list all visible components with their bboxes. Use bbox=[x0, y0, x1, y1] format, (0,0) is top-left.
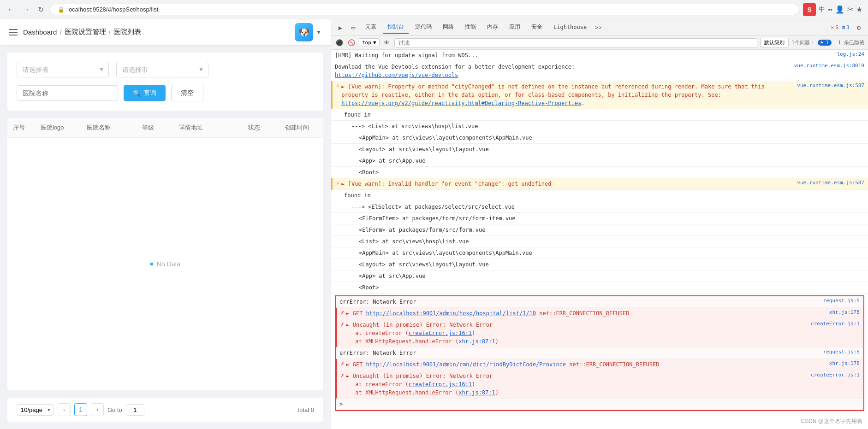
source-ref-hmr[interactable]: log.js:24 bbox=[833, 51, 864, 57]
level-select[interactable]: top ▼ bbox=[359, 38, 380, 47]
console-line-uncaught1: ✗ ► Uncaught (in promise) Error: Network… bbox=[336, 319, 863, 347]
goto-input[interactable] bbox=[126, 404, 144, 416]
err-text-2: errError: Network Error bbox=[339, 349, 820, 357]
console-line-uncaught2: ✗ ► Uncaught (in promise) Error: Network… bbox=[336, 370, 863, 399]
console-line-stack2-8: <Root> bbox=[331, 282, 868, 294]
console-line-stack1-1: ---> <List> at src\views\hosp\list.vue bbox=[331, 121, 868, 132]
search-icon: 🔍 bbox=[133, 89, 141, 97]
console-text-warn1: ► [Vue warn]: Property or method "cityCh… bbox=[341, 82, 793, 107]
tab-network[interactable]: 网络 bbox=[438, 21, 458, 34]
console-text-hmr: [HMR] Waiting for update signal from WDS… bbox=[335, 51, 833, 59]
back-button[interactable]: ← bbox=[6, 4, 17, 15]
error-count-badge: ✕ 6 bbox=[831, 24, 838, 30]
goto-label: Go to bbox=[107, 406, 122, 413]
tab-elements[interactable]: 元素 bbox=[361, 21, 381, 34]
devtools-cursor-icon[interactable]: ▶ bbox=[335, 22, 346, 33]
stack2-6: <Layout> at src\views\layout\Layout.vue bbox=[335, 260, 864, 269]
avatar-dropdown[interactable]: ▼ bbox=[316, 29, 321, 35]
source-ref-download[interactable]: vue.runtime.esm.js:8010 bbox=[791, 63, 864, 69]
source-ref-err1[interactable]: request.js:5 bbox=[820, 298, 860, 304]
breadcrumb-root[interactable]: Dashboard bbox=[23, 28, 57, 36]
source-ref-warn1[interactable]: vue.runtime.esm.js:587 bbox=[793, 82, 864, 88]
settings-icon[interactable]: ⚙ bbox=[853, 22, 864, 33]
console-line-stack2-6: <Layout> at src\views\layout\Layout.vue bbox=[331, 259, 868, 270]
avatar-area: 🐶 ▼ bbox=[295, 23, 321, 41]
source-ref-warn2[interactable]: vue.runtime.esm.js:587 bbox=[793, 180, 864, 186]
tab-console[interactable]: 控制台 bbox=[383, 21, 409, 34]
xhr-link-1[interactable]: xhr.js:87:1 bbox=[458, 338, 495, 345]
error-icon-3: ✗ bbox=[341, 360, 344, 367]
found-in-2: found in bbox=[335, 191, 864, 200]
no-data-dot bbox=[150, 263, 153, 265]
province-select[interactable]: 请选择省 bbox=[17, 62, 109, 77]
console-output[interactable]: [HMR] Waiting for update signal from WDS… bbox=[331, 50, 868, 429]
create-error-link-2[interactable]: createError.js:16:1 bbox=[409, 381, 472, 388]
console-filter-input[interactable] bbox=[394, 38, 758, 47]
col-header-address: 详情地址 bbox=[173, 123, 243, 132]
found-in-1: found in bbox=[335, 111, 864, 119]
tab-sources[interactable]: 源代码 bbox=[410, 21, 436, 34]
browser-right-icons: S 中 •• 👤 ✂ ★ bbox=[803, 3, 862, 16]
issues-flag-icon: ⚑ bbox=[820, 40, 823, 45]
issues-badge: ⚑ 1 bbox=[818, 40, 832, 46]
stack2-7: <App> at src\App.vue bbox=[335, 272, 864, 280]
tab-performance[interactable]: 性能 bbox=[460, 21, 481, 34]
col-header-status: 状态 bbox=[243, 123, 279, 132]
console-line-stack2-4: <List> at src\views\hosp\list.vue bbox=[331, 236, 868, 247]
console-line-hmr: [HMR] Waiting for update signal from WDS… bbox=[331, 50, 868, 61]
eye-icon[interactable]: 👁 bbox=[382, 38, 392, 47]
console-line-get1: ✗ ► GET http://localhost:9001/admin/hosp… bbox=[336, 308, 863, 319]
console-line-stack1-5: <Root> bbox=[331, 167, 868, 178]
browser-chrome: ← → ↻ 🔒 localhost:9528/#/hospSet/hosp/li… bbox=[0, 0, 868, 19]
get-url-1[interactable]: http://localhost:9001/admin/hosp/hospita… bbox=[366, 310, 536, 317]
city-select[interactable]: 请选择市 bbox=[116, 62, 208, 77]
tab-application[interactable]: 应用 bbox=[505, 21, 525, 34]
create-error-link-1[interactable]: createError.js:16:1 bbox=[409, 330, 472, 336]
source-ref-uncaught2[interactable]: createError.js:1 bbox=[807, 372, 860, 378]
breadcrumb-sep2: / bbox=[109, 28, 111, 36]
page-size-wrapper: 10/page 20/page 50/page ▼ bbox=[17, 404, 54, 416]
console-line-stack1-3: <Layout> at src\views\layout\Layout.vue bbox=[331, 144, 868, 155]
source-ref-err2[interactable]: request.js:5 bbox=[820, 349, 860, 355]
stack1-2: <AppMain> at src\views\layout\components… bbox=[335, 134, 864, 142]
refresh-button[interactable]: ↻ bbox=[35, 4, 46, 15]
bookmark-icon: ★ bbox=[856, 5, 862, 14]
get-url-2[interactable]: http://localhost:9001/admin/cmn/dict/fin… bbox=[366, 361, 566, 368]
stack1-3: <Layout> at src\views\layout\Layout.vue bbox=[335, 145, 864, 153]
console-text-warn2: ► [Vue warn]: Invalid handler for event … bbox=[341, 180, 793, 188]
breadcrumb-parent[interactable]: 医院设置管理 bbox=[65, 28, 106, 36]
devtools-link[interactable]: https://github.com/vuejs/vue-devtools bbox=[335, 72, 458, 78]
address-bar[interactable]: 🔒 localhost:9528/#/hospSet/hosp/list bbox=[50, 4, 799, 15]
source-ref-uncaught1[interactable]: createError.js:1 bbox=[807, 321, 860, 327]
hamburger-menu[interactable] bbox=[9, 29, 18, 35]
city-select-wrapper: 请选择市 ▼ bbox=[116, 62, 208, 77]
next-page-button[interactable]: › bbox=[91, 403, 104, 416]
more-tabs-button[interactable]: >> bbox=[593, 23, 603, 33]
forward-button[interactable]: → bbox=[20, 4, 31, 15]
xhr-link-2[interactable]: xhr.js:87:1 bbox=[458, 389, 495, 396]
devtools-device-icon[interactable]: ▭ bbox=[348, 22, 359, 33]
clear-button[interactable]: 清空 bbox=[171, 85, 203, 101]
search-button[interactable]: 🔍 查询 bbox=[124, 85, 166, 101]
source-ref-get1[interactable]: xhr.js:178 bbox=[826, 309, 860, 315]
uncaught-text-1: ► Uncaught (in promise) Error: Network E… bbox=[346, 321, 807, 346]
clear-console-icon[interactable]: 🚫 bbox=[347, 38, 356, 47]
warn-icon-2: ✗ bbox=[336, 180, 339, 186]
default-level-button[interactable]: 默认级别 bbox=[760, 38, 789, 47]
tab-security[interactable]: 安全 bbox=[527, 21, 547, 34]
zhong-icon: 中 bbox=[819, 6, 825, 14]
tab-lighthouse[interactable]: Lighthouse bbox=[549, 22, 591, 33]
avatar[interactable]: 🐶 bbox=[295, 23, 313, 41]
prev-page-button[interactable]: ‹ bbox=[58, 403, 71, 416]
devtools-right-icons: ✕ 6 ☎ 1 ⚙ bbox=[831, 22, 865, 33]
tab-memory[interactable]: 内存 bbox=[482, 21, 503, 34]
level-text: top bbox=[362, 40, 371, 46]
stop-icon[interactable]: ⚫ bbox=[335, 38, 344, 47]
err-text-1: errError: Network Error bbox=[339, 298, 820, 306]
reactivity-link[interactable]: https://vuejs.org/v2/guide/reactivity.ht… bbox=[341, 100, 581, 106]
source-ref-get2[interactable]: xhr.js:178 bbox=[826, 360, 860, 366]
hospital-name-input[interactable] bbox=[17, 85, 118, 101]
url-text: localhost:9528/#/hospSet/hosp/list bbox=[67, 6, 158, 13]
page-size-select[interactable]: 10/page 20/page 50/page bbox=[17, 404, 54, 416]
extensions-icon: ✂ bbox=[847, 5, 853, 14]
